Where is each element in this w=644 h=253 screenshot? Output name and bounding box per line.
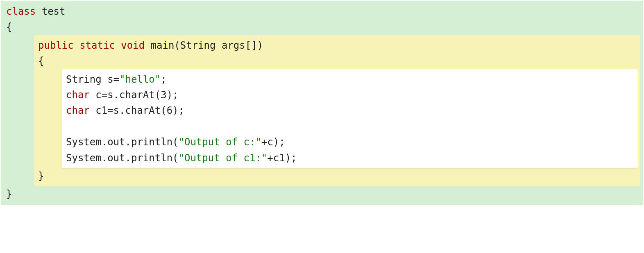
stmt-text: c=s.charAt(3);: [90, 89, 179, 101]
stmt-text: +c1);: [267, 152, 297, 164]
body-line-4: System.out.println("Output of c:"+c);: [66, 134, 634, 150]
string-literal: "hello": [119, 74, 161, 85]
keyword-class: class: [6, 6, 36, 17]
body-line-3: char c1=s.charAt(6);: [66, 103, 634, 118]
keyword-char: char: [66, 105, 90, 116]
method-body-block: String s="hello"; char c=s.charAt(3); ch…: [62, 69, 638, 168]
class-decl-line: class test: [6, 4, 640, 19]
method-sig-line: public static void main(String args[]): [38, 38, 638, 53]
class-close-brace: }: [6, 186, 640, 202]
method-open-brace: {: [38, 53, 638, 69]
keyword-public: public: [38, 40, 74, 51]
keyword-static: static: [79, 40, 115, 51]
body-blank-line: [66, 119, 634, 134]
keyword-void: void: [121, 40, 145, 51]
method-sig-rest: main(String args[]): [145, 40, 263, 51]
method-block: public static void main(String args[]) {…: [34, 35, 640, 187]
string-literal: "Output of c1:": [179, 152, 268, 164]
body-line-2: char c=s.charAt(3);: [66, 87, 634, 103]
space: [74, 40, 79, 51]
method-close-brace: }: [38, 168, 638, 184]
body-line-1: String s="hello";: [66, 72, 634, 87]
stmt-text: ;: [161, 74, 166, 85]
space: [115, 40, 121, 51]
stmt-text: System.out.println(: [66, 136, 179, 148]
string-literal: "Output of c:": [179, 136, 261, 148]
stmt-text: c1=s.charAt(6);: [90, 105, 184, 116]
class-name: test: [36, 6, 65, 17]
body-line-5: System.out.println("Output of c1:"+c1);: [66, 150, 634, 166]
stmt-text: +c);: [261, 136, 285, 148]
class-open-brace: {: [6, 19, 640, 35]
keyword-char: char: [66, 89, 90, 101]
stmt-text: String s=: [66, 74, 119, 85]
stmt-text: System.out.println(: [66, 152, 179, 164]
class-block: class test { public static void main(Str…: [1, 1, 643, 205]
